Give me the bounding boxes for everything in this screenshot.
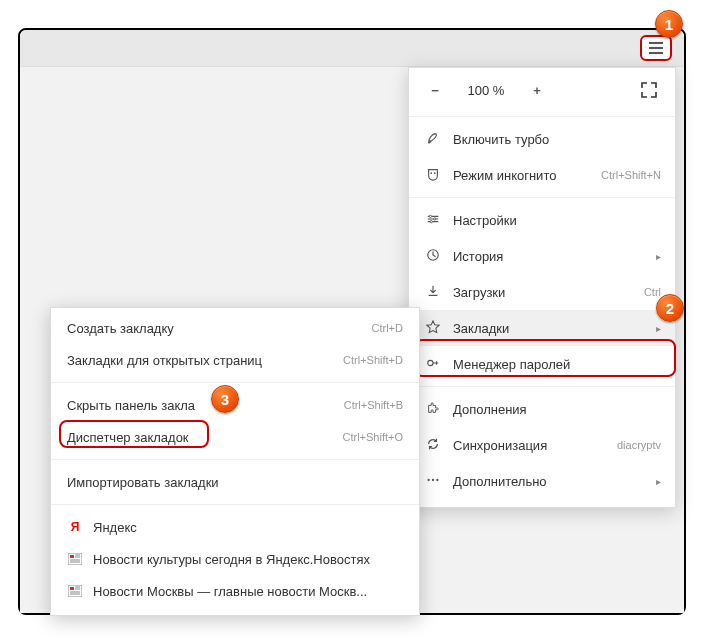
fullscreen-button[interactable] [635, 76, 663, 104]
shortcut-hint: Ctrl+D [372, 322, 403, 334]
menu-item-addons[interactable]: Дополнения [409, 391, 675, 427]
menu-item-label: Настройки [453, 213, 661, 228]
yandex-favicon: Я [67, 519, 83, 535]
separator [51, 382, 419, 383]
svg-point-3 [434, 217, 436, 219]
separator [409, 116, 675, 117]
svg-point-6 [428, 360, 433, 365]
settings-icon [423, 212, 443, 229]
news-favicon [67, 551, 83, 567]
puzzle-icon [423, 401, 443, 418]
download-icon [423, 284, 443, 301]
separator [51, 504, 419, 505]
menu-item-label: Менеджер паролей [453, 357, 661, 372]
submenu-item-bookmark-yandex[interactable]: Я Яндекс [51, 511, 419, 543]
browser-top-bar [20, 30, 684, 66]
sync-account-hint: diacryptv [617, 439, 661, 451]
menu-item-more[interactable]: Дополнительно ▸ [409, 463, 675, 499]
submenu-item-bookmark-manager[interactable]: Диспетчер закладок Ctrl+Shift+O [51, 421, 419, 453]
menu-item-label: Дополнения [453, 402, 661, 417]
separator [409, 386, 675, 387]
submenu-item-label: Яндекс [93, 520, 403, 535]
sync-icon [423, 437, 443, 454]
svg-rect-13 [70, 587, 74, 590]
submenu-item-label: Диспетчер закладок [67, 430, 342, 445]
zoom-controls: − 100 % + [409, 68, 675, 112]
news-favicon [67, 583, 83, 599]
svg-rect-11 [70, 555, 74, 558]
shortcut-hint: Ctrl [644, 286, 661, 298]
svg-point-7 [427, 478, 429, 480]
submenu-arrow-icon: ▸ [656, 476, 661, 487]
submenu-item-bookmark-open-tabs[interactable]: Закладки для открытых страниц Ctrl+Shift… [51, 344, 419, 376]
separator [51, 459, 419, 460]
shortcut-hint: Ctrl+Shift+N [601, 169, 661, 181]
menu-item-label: История [453, 249, 650, 264]
step-badge-3: 3 [211, 385, 239, 413]
submenu-item-bookmark-news1[interactable]: Новости культуры сегодня в Яндекс.Новост… [51, 543, 419, 575]
step-badge-2: 2 [656, 294, 684, 322]
menu-item-incognito[interactable]: Режим инкогнито Ctrl+Shift+N [409, 157, 675, 193]
main-menu: − 100 % + Включить турбо Режим инког [408, 67, 676, 508]
submenu-item-create-bookmark[interactable]: Создать закладку Ctrl+D [51, 312, 419, 344]
menu-item-sync[interactable]: Синхронизация diacryptv [409, 427, 675, 463]
history-icon [423, 248, 443, 265]
submenu-item-label: Закладки для открытых страниц [67, 353, 343, 368]
svg-point-2 [429, 215, 431, 217]
svg-point-4 [430, 220, 432, 222]
browser-content-area: оч − 100 % + Включить турбо [20, 66, 684, 613]
menu-item-settings[interactable]: Настройки [409, 202, 675, 238]
menu-item-label: Включить турбо [453, 132, 661, 147]
window-frame: оч − 100 % + Включить турбо [18, 28, 686, 615]
menu-item-bookmarks[interactable]: Закладки ▸ [409, 310, 675, 346]
shortcut-hint: Ctrl+Shift+B [344, 399, 403, 411]
submenu-item-label: Скрыть панель закла [67, 398, 344, 413]
bookmarks-submenu: Создать закладку Ctrl+D Закладки для отк… [50, 307, 420, 616]
submenu-item-bookmark-news2[interactable]: Новости Москвы — главные новости Москв..… [51, 575, 419, 607]
menu-item-downloads[interactable]: Загрузки Ctrl [409, 274, 675, 310]
menu-item-label: Закладки [453, 321, 650, 336]
ellipsis-icon [423, 473, 443, 490]
svg-point-1 [434, 172, 436, 174]
star-icon [423, 320, 443, 337]
submenu-item-import-bookmarks[interactable]: Импортировать закладки [51, 466, 419, 498]
submenu-arrow-icon: ▸ [656, 251, 661, 262]
shortcut-hint: Ctrl+Shift+O [342, 431, 403, 443]
submenu-item-label: Новости Москвы — главные новости Москв..… [93, 584, 403, 599]
submenu-item-label: Новости культуры сегодня в Яндекс.Новост… [93, 552, 403, 567]
hamburger-menu-button[interactable] [640, 35, 672, 61]
svg-point-0 [430, 172, 432, 174]
menu-item-history[interactable]: История ▸ [409, 238, 675, 274]
menu-item-turbo[interactable]: Включить турбо [409, 121, 675, 157]
svg-point-9 [436, 478, 438, 480]
incognito-icon [423, 167, 443, 184]
menu-item-passwords[interactable]: Менеджер паролей [409, 346, 675, 382]
zoom-out-button[interactable]: − [421, 76, 449, 104]
key-icon [423, 356, 443, 373]
submenu-arrow-icon: ▸ [656, 323, 661, 334]
separator [409, 197, 675, 198]
menu-item-label: Дополнительно [453, 474, 650, 489]
zoom-in-button[interactable]: + [523, 76, 551, 104]
rocket-icon [423, 131, 443, 148]
svg-point-8 [432, 478, 434, 480]
submenu-item-label: Импортировать закладки [67, 475, 403, 490]
menu-item-label: Синхронизация [453, 438, 617, 453]
shortcut-hint: Ctrl+Shift+D [343, 354, 403, 366]
menu-item-label: Режим инкогнито [453, 168, 601, 183]
zoom-value: 100 % [449, 83, 523, 98]
submenu-item-label: Создать закладку [67, 321, 372, 336]
step-badge-1: 1 [655, 10, 683, 38]
menu-item-label: Загрузки [453, 285, 644, 300]
